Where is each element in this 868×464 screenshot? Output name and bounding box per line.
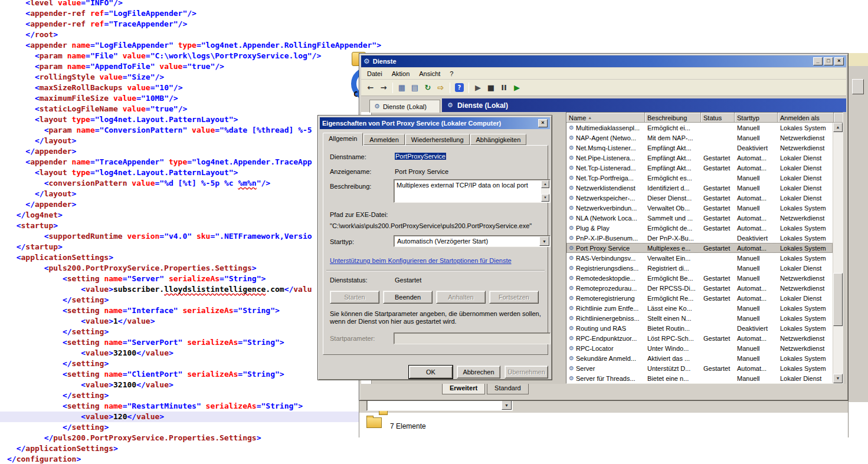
service-row[interactable]: ⚙Server für Threads...Bietet eine n...Ma…	[566, 373, 833, 383]
service-row[interactable]: ⚙Port Proxy ServiceMultiplexes e...Gesta…	[566, 243, 833, 253]
stop-service-icon[interactable]: ■	[485, 82, 497, 94]
forward-icon[interactable]: →	[378, 82, 389, 94]
description-scrollbar[interactable]: ▲ ▼	[541, 180, 549, 202]
cancel-button[interactable]: Abbrechen	[457, 366, 500, 379]
menu-datei[interactable]: Datei	[362, 69, 387, 78]
export-list-icon[interactable]: ⇨	[435, 82, 447, 94]
code-line[interactable]: <value>subscriber.lloydslistintelligence…	[0, 284, 312, 295]
code-line[interactable]: </setting>	[0, 390, 109, 401]
close-button[interactable]: ×	[834, 57, 844, 65]
code-line[interactable]: <maxSizeRollBackups value="10"/>	[0, 83, 182, 93]
code-line[interactable]: <layout type="log4net.Layout.PatternLayo…	[0, 167, 238, 178]
service-row[interactable]: ⚙Sekundäre Anmeld...Aktiviert das ...Man…	[566, 353, 833, 363]
service-row[interactable]: ⚙RemoteregistrierungErmöglicht Re...Gest…	[566, 293, 833, 303]
back-icon[interactable]: ←	[365, 82, 376, 94]
service-row[interactable]: ⚙RPC-Endpunktzuor...Löst RPC-Sch...Gesta…	[566, 333, 833, 343]
code-line[interactable]: <setting name="Interface" serializeAs="S…	[0, 305, 280, 316]
service-row[interactable]: ⚙Netzwerkverbindun...Verwaltet Ob...Gest…	[566, 203, 833, 213]
scroll-down-icon[interactable]: ▼	[541, 194, 549, 202]
code-line[interactable]: <setting name="Server" serializeAs="Stri…	[0, 274, 266, 284]
code-line[interactable]: </setting>	[0, 358, 109, 369]
service-row[interactable]: ⚙Registrierungsdiens...Registriert di...…	[566, 263, 833, 273]
service-row[interactable]: ⚙ServerUnterstützt D...GestartetAutomat.…	[566, 363, 833, 373]
code-line[interactable]: <puls200.PortProxyService.Properties.Set…	[0, 263, 257, 274]
code-line[interactable]: <rollingStyle value="Size"/>	[0, 72, 164, 83]
code-line[interactable]: <value>1</value>	[0, 316, 155, 327]
tab-erweitert[interactable]: Erweitert	[442, 384, 485, 394]
service-row[interactable]: ⚙Plug & PlayErmöglicht de...GestartetAut…	[566, 223, 833, 233]
refresh-icon[interactable]: ↻	[422, 82, 434, 94]
column-header-name[interactable]: Name▲	[566, 113, 645, 123]
minimize-button[interactable]: _	[813, 57, 823, 65]
service-row[interactable]: ⚙Remoteprozedurau...Der RPCSS-Di...Gesta…	[566, 283, 833, 293]
code-line[interactable]: <value>32100</value>	[0, 380, 173, 390]
code-line[interactable]: </layout>	[0, 189, 76, 199]
service-row[interactable]: ⚙NLA (Network Loca...Sammelt und ...Gest…	[566, 213, 833, 223]
code-line[interactable]: <param name="AppendToFile" value="true"/…	[0, 61, 224, 72]
scroll-down-icon[interactable]: ▼	[833, 374, 843, 383]
column-header-starttyp[interactable]: Starttyp	[735, 113, 778, 123]
service-row[interactable]: ⚙Richtlinienergebniss...Stellt einen N..…	[566, 313, 833, 323]
code-line[interactable]: <layout type="log4net.Layout.PatternLayo…	[0, 114, 238, 125]
list-scrollbar[interactable]: ▲ ▼	[833, 123, 843, 383]
starttyp-select[interactable]: Automatisch (Verzögerter Start) ▼	[394, 235, 551, 247]
code-line[interactable]: <startup>	[0, 221, 58, 231]
dienstname-value[interactable]: PortProxyService	[395, 153, 446, 160]
code-line[interactable]: <param name="File" value="C:\work\logs\P…	[0, 51, 321, 61]
service-row[interactable]: ⚙Net.Tcp-Listenerad...Empfängt Akt...Ges…	[566, 163, 833, 173]
code-line[interactable]: <level value="INFO"/>	[0, 0, 123, 8]
dialog-titlebar[interactable]: Eigenschaften von Port Proxy Service (Lo…	[320, 117, 550, 129]
tab-wiederherstellung[interactable]: Wiederherstellung	[405, 134, 470, 145]
code-line[interactable]: <supportedRuntime version="v4.0" sku=".N…	[0, 231, 312, 242]
code-line[interactable]: </puls200.PortProxyService.Properties.Se…	[0, 433, 261, 443]
close-button[interactable]: ×	[538, 119, 548, 127]
restart-service-icon[interactable]: ▶	[511, 82, 523, 94]
service-row[interactable]: ⚙RPC-LocatorUnter Windo...ManuellNetzwer…	[566, 343, 833, 353]
code-line[interactable]: </log4net>	[0, 210, 63, 221]
startoptions-help-link[interactable]: Unterstützung beim Konfigurieren der Sta…	[330, 257, 512, 264]
code-line[interactable]: </applicationSettings>	[0, 443, 118, 454]
tab-standard[interactable]: Standard	[487, 384, 529, 394]
folder-combobox[interactable]: ▼	[366, 399, 513, 411]
code-line[interactable]: <appender-ref ref="LogFileAppender"/>	[0, 8, 196, 19]
service-row[interactable]: ⚙Net.Tcp-Portfreiga...Ermöglicht es...Ma…	[566, 173, 833, 183]
code-line[interactable]: <value>120</value>	[0, 412, 378, 422]
code-line[interactable]: <applicationSettings>	[0, 252, 113, 263]
code-line[interactable]: <setting name="RestartMinutes" serialize…	[0, 401, 303, 412]
code-line[interactable]: <appender name="TraceAppender" type="log…	[0, 157, 312, 167]
code-line[interactable]: </startup>	[0, 242, 63, 252]
menu-ansicht[interactable]: Ansicht	[414, 69, 445, 78]
service-row[interactable]: ⚙Richtlinie zum Entfe...Lässt eine Ko...…	[566, 303, 833, 313]
code-line[interactable]: </setting>	[0, 422, 109, 433]
start-service-icon[interactable]: ▶	[472, 82, 484, 94]
service-row[interactable]: ⚙NAP-Agent (Netwo...Mit dem NAP-...Manue…	[566, 133, 833, 143]
code-line[interactable]: </setting>	[0, 327, 109, 337]
column-header-status[interactable]: Status	[701, 113, 735, 123]
code-line[interactable]: <maximumFileSize value="10MB"/>	[0, 93, 178, 104]
maximize-button[interactable]: □	[824, 57, 833, 65]
service-row[interactable]: ⚙Net.Msmq-Listener...Empfängt Akt...Deak…	[566, 143, 833, 153]
code-line[interactable]: </root>	[0, 29, 58, 40]
scroll-thumb[interactable]	[833, 273, 843, 326]
menu-hilfe[interactable]: ?	[445, 69, 458, 78]
tab-allgemein[interactable]: Allgemein	[323, 133, 363, 146]
service-row[interactable]: ⚙Netzwerkspeicher-...Dieser Dienst...Ges…	[566, 193, 833, 203]
tab-abhaengigkeiten[interactable]: Abhängigkeiten	[470, 134, 527, 145]
scrollbar-fragment[interactable]	[852, 79, 864, 94]
code-line[interactable]: <setting name="ClientPort" serializeAs="…	[0, 369, 284, 380]
code-line[interactable]: <appender-ref ref="TraceAppender"/>	[0, 19, 187, 29]
column-header-anmelden-als[interactable]: Anmelden als	[778, 113, 834, 123]
code-line[interactable]: </appender>	[0, 146, 76, 157]
service-row[interactable]: ⚙Routing und RASBietet Routin...Deaktivi…	[566, 323, 833, 333]
tab-anmelden[interactable]: Anmelden	[363, 134, 405, 145]
code-line[interactable]: <setting name="ServerPort" serializeAs="…	[0, 337, 284, 348]
service-row[interactable]: ⚙Multimediaklassenpl...Ermöglicht ei...M…	[566, 123, 833, 133]
code-line[interactable]: </setting>	[0, 295, 109, 305]
combobox-dropdown-button[interactable]: ▼	[502, 400, 512, 410]
window-titlebar[interactable]: ⚙ Dienste _□×	[361, 55, 846, 67]
stop-service-button[interactable]: Beenden	[383, 291, 433, 304]
scroll-up-icon[interactable]: ▲	[833, 123, 843, 132]
properties-icon[interactable]: ▤	[409, 82, 421, 94]
column-header-beschreibung[interactable]: Beschreibung	[645, 113, 701, 123]
service-row[interactable]: ⚙Remotedesktopdie...Ermöglicht Be...Gest…	[566, 273, 833, 283]
